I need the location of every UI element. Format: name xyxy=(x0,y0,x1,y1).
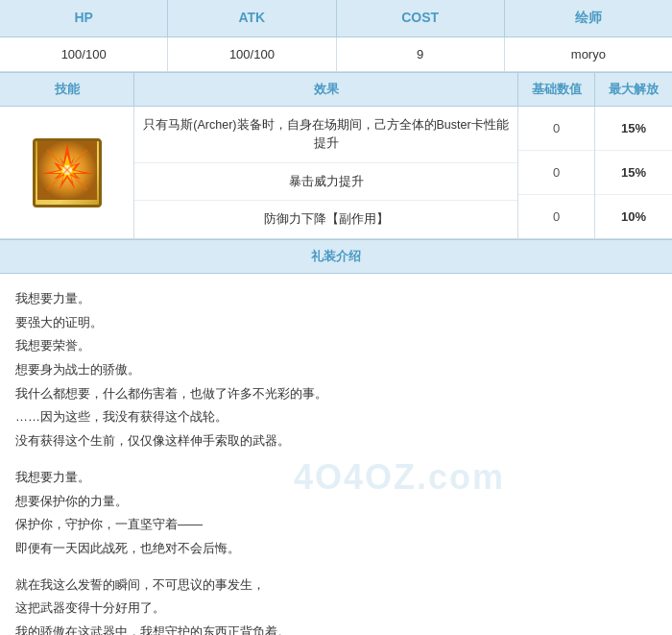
intro-body: 4O4OZ.com 我想要力量。要强大的证明。我想要荣誉。想要身为战士的骄傲。我… xyxy=(0,274,672,635)
skill-max-2: 15% xyxy=(595,151,672,195)
intro-line: 我想要荣誉。 xyxy=(15,334,657,358)
intro-line: 保护你，守护你，一直坚守着—— xyxy=(15,513,657,537)
intro-line: 就在我这么发誓的瞬间，不可思议的事发生， xyxy=(15,574,657,598)
intro-line: 我什么都想要，什么都伤害着，也做了许多不光彩的事。 xyxy=(15,382,657,406)
intro-line: 没有获得这个生前，仅仅像这样伸手索取的武器。 xyxy=(15,429,657,453)
skill-icon-glyph xyxy=(37,140,97,205)
artist-header: 绘师 xyxy=(505,0,672,37)
skill-max-1: 15% xyxy=(595,107,672,151)
cost-value: 9 xyxy=(337,37,505,71)
intro-text: 我想要力量。要强大的证明。我想要荣誉。想要身为战士的骄傲。我什么都想要，什么都伤… xyxy=(15,287,657,635)
main-container: HP ATK COST 绘师 100/100 100/100 9 moryo 技… xyxy=(0,0,672,635)
hp-header: HP xyxy=(0,0,168,37)
atk-header: ATK xyxy=(168,0,336,37)
skill-base-1: 0 xyxy=(518,107,594,151)
intro-line: 我想要力量。 xyxy=(15,287,657,311)
cost-header: COST xyxy=(337,0,505,37)
skill-base-2: 0 xyxy=(518,151,594,195)
atk-value: 100/100 xyxy=(168,37,336,71)
skills-content-row: 只有马斯(Archer)装备时，自身在场期间，己方全体的Buster卡性能提升 … xyxy=(0,107,672,239)
skill-max-3: 10% xyxy=(595,195,672,238)
intro-line: 想要身为战士的骄傲。 xyxy=(15,358,657,382)
max-col-header: 最大解放 xyxy=(595,73,672,106)
artist-value: moryo xyxy=(505,37,672,71)
skill-effects-column: 只有马斯(Archer)装备时，自身在场期间，己方全体的Buster卡性能提升 … xyxy=(134,107,518,238)
intro-blank-line xyxy=(15,453,657,466)
skill-col-header: 技能 xyxy=(0,73,134,106)
skill-effect-3: 防御力下降【副作用】 xyxy=(134,201,517,238)
skill-effect-1: 只有马斯(Archer)装备时，自身在场期间，己方全体的Buster卡性能提升 xyxy=(134,107,517,163)
skill-effect-2: 暴击威力提升 xyxy=(134,163,517,202)
stats-header-row: HP ATK COST 绘师 xyxy=(0,0,672,37)
skills-header-row: 技能 效果 基础数值 最大解放 xyxy=(0,72,672,107)
skill-icon-column xyxy=(0,107,134,238)
hp-value: 100/100 xyxy=(0,37,168,71)
stats-data-row: 100/100 100/100 9 moryo xyxy=(0,37,672,72)
intro-line: ……因为这些，我没有获得这个战轮。 xyxy=(15,405,657,429)
intro-line: 我的骄傲在这武器中，我想守护的东西正背负着。 xyxy=(15,621,657,635)
base-col-header: 基础数值 xyxy=(518,73,595,106)
effect-col-header: 效果 xyxy=(134,73,518,106)
skill-icon xyxy=(33,138,102,208)
intro-line: 想要保护你的力量。 xyxy=(15,490,657,514)
skill-base-3: 0 xyxy=(518,195,594,238)
intro-blank-line xyxy=(15,561,657,574)
intro-line: 要强大的证明。 xyxy=(15,311,657,335)
intro-line: 即便有一天因此战死，也绝对不会后悔。 xyxy=(15,537,657,561)
skill-base-column: 0 0 0 xyxy=(518,107,595,238)
intro-header: 礼装介绍 xyxy=(0,239,672,274)
intro-line: 这把武器变得十分好用了。 xyxy=(15,597,657,621)
skill-max-column: 15% 15% 10% xyxy=(595,107,672,238)
intro-line: 我想要力量。 xyxy=(15,466,657,490)
